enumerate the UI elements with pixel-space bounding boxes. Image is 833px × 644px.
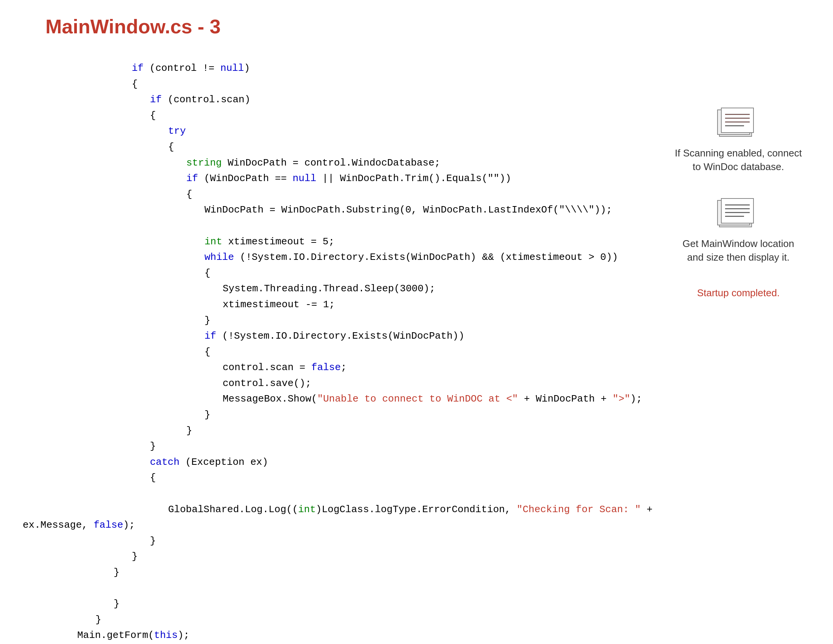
code-line: System.Threading.Thread.Sleep(3000); (23, 281, 652, 297)
code-line: } (23, 549, 652, 565)
sidebar-block-2: Get MainWindow location and size then di… (674, 196, 803, 264)
code-line: } (23, 407, 652, 423)
code-line: while (!System.IO.Directory.Exists(WinDo… (23, 250, 652, 266)
code-line: int xtimestimeout = 5; (23, 234, 652, 250)
code-line: } (23, 439, 652, 455)
code-line: { (23, 108, 652, 124)
code-line: } (23, 423, 652, 439)
sidebar-text-2: Get MainWindow location and size then di… (674, 237, 803, 264)
doc-icon-1 (716, 106, 761, 140)
sidebar-text-1: If Scanning enabled, connect to WinDoc d… (674, 146, 803, 174)
code-line: ex.Message, false); (23, 517, 652, 533)
doc-icon-2 (716, 196, 761, 231)
code-line (23, 581, 652, 597)
code-line: { (23, 187, 652, 203)
code-line: control.save(); (23, 376, 652, 392)
code-line: { (23, 139, 652, 155)
sidebar-text-3: Startup completed. (697, 287, 780, 299)
code-line: if (!System.IO.Directory.Exists(WinDocPa… (23, 328, 652, 345)
code-line (23, 218, 652, 234)
code-line: control.scan = false; (23, 360, 652, 376)
code-area: if (control != null){if (control.scan){t… (23, 61, 652, 644)
code-line: { (23, 345, 652, 360)
code-line: } (23, 596, 652, 612)
code-line: if (control != null) (23, 61, 652, 77)
code-line: } (23, 612, 652, 628)
code-line: { (23, 266, 652, 282)
code-line: WinDocPath = WinDocPath.Substring(0, Win… (23, 202, 652, 218)
code-line: xtimestimeout -= 1; (23, 297, 652, 313)
code-line: catch (Exception ex) (23, 455, 652, 470)
sidebar: If Scanning enabled, connect to WinDoc d… (674, 106, 803, 299)
code-line: MessageBox.Show("Unable to connect to Wi… (23, 391, 652, 407)
code-line: } (23, 533, 652, 549)
code-line: if (WinDocPath == null || WinDocPath.Tri… (23, 171, 652, 187)
code-line (23, 486, 652, 502)
sidebar-block-3: Startup completed. (697, 287, 780, 299)
code-line: } (23, 313, 652, 329)
code-line: { (23, 77, 652, 92)
code-line: { (23, 470, 652, 486)
svg-rect-2 (721, 108, 754, 133)
code-line: Main.getForm(this); (23, 628, 652, 644)
page-title: MainWindow.cs - 3 (45, 15, 221, 38)
code-line: string WinDocPath = control.WindocDataba… (23, 155, 652, 171)
code-line: GlobalShared.Log.Log((int)LogClass.logTy… (23, 502, 652, 518)
code-line: try (23, 124, 652, 139)
sidebar-block-1: If Scanning enabled, connect to WinDoc d… (674, 106, 803, 174)
code-line: } (23, 565, 652, 581)
svg-rect-12 (721, 198, 754, 223)
code-line: if (control.scan) (23, 92, 652, 108)
